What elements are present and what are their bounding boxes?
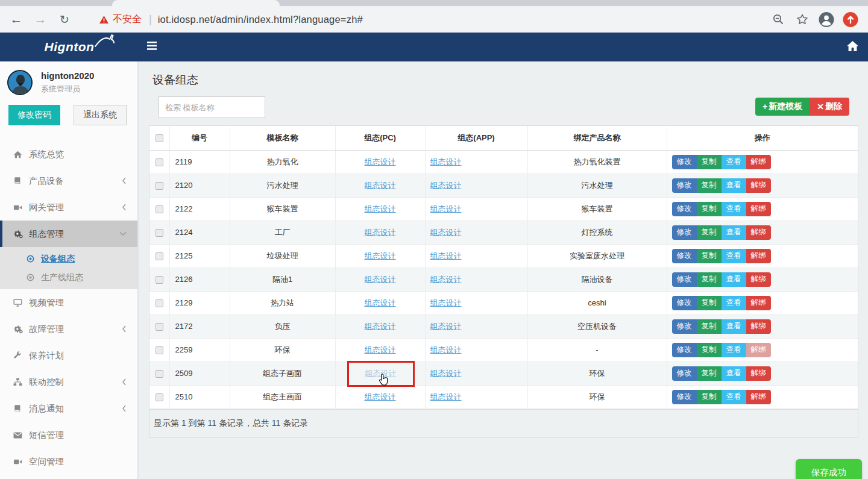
profile-icon[interactable] — [819, 11, 834, 27]
row-checkbox[interactable] — [156, 323, 163, 331]
new-template-button[interactable]: +新建模板 — [755, 98, 810, 116]
url-text[interactable]: iot.idosp.net/admin/index.html?language=… — [158, 14, 363, 25]
row-checkbox[interactable] — [156, 182, 163, 190]
pc-design-link[interactable]: 组态设计 — [365, 345, 396, 354]
sidebar-item[interactable]: 组态管理 — [0, 221, 137, 247]
bookmark-star-icon[interactable] — [794, 11, 810, 27]
row-checkbox[interactable] — [156, 229, 163, 237]
unbind-button[interactable]: 解绑 — [746, 202, 771, 216]
edit-button[interactable]: 修改 — [672, 390, 697, 404]
view-button[interactable]: 查看 — [722, 343, 746, 357]
pc-design-link[interactable]: 组态设计 — [365, 298, 396, 307]
forward-icon[interactable]: → — [33, 12, 48, 27]
brand-logo[interactable]: Hignton — [0, 33, 139, 61]
view-button[interactable]: 查看 — [722, 390, 746, 404]
copy-button[interactable]: 复制 — [697, 202, 722, 216]
sidebar-item[interactable]: 视频管理 — [0, 289, 137, 316]
logout-button[interactable]: 退出系统 — [74, 105, 127, 125]
sidebar-item[interactable]: 产品设备 — [0, 167, 137, 194]
sidebar-item[interactable]: 空间管理 — [0, 448, 137, 475]
view-button[interactable]: 查看 — [722, 178, 746, 193]
app-design-link[interactable]: 组态设计 — [430, 298, 462, 307]
reload-icon[interactable]: ↻ — [57, 13, 72, 27]
avatar[interactable] — [7, 70, 33, 95]
row-checkbox[interactable] — [156, 205, 163, 213]
sidebar-item[interactable]: 故障管理 — [0, 316, 137, 342]
pc-design-link[interactable]: 组态设计 — [365, 157, 396, 166]
app-design-link[interactable]: 组态设计 — [430, 228, 462, 237]
sidebar-item[interactable]: 网关管理 — [0, 194, 137, 221]
unbind-button[interactable]: 解绑 — [746, 366, 771, 381]
copy-button[interactable]: 复制 — [697, 390, 722, 404]
copy-button[interactable]: 复制 — [697, 249, 722, 263]
view-button[interactable]: 查看 — [722, 202, 746, 216]
unbind-button[interactable]: 解绑 — [746, 343, 771, 357]
change-password-button[interactable]: 修改密码 — [8, 105, 60, 125]
unbind-button[interactable]: 解绑 — [746, 249, 771, 263]
copy-button[interactable]: 复制 — [697, 272, 722, 287]
zoom-out-icon[interactable] — [770, 11, 786, 27]
sidebar-item[interactable]: 保养计划 — [0, 342, 137, 369]
browser-update-icon[interactable] — [843, 11, 858, 27]
copy-button[interactable]: 复制 — [697, 296, 722, 310]
unbind-button[interactable]: 解绑 — [746, 272, 771, 287]
edit-button[interactable]: 修改 — [672, 178, 697, 193]
edit-button[interactable]: 修改 — [672, 366, 697, 381]
sidebar-item[interactable]: 联动控制 — [0, 369, 137, 395]
app-design-link[interactable]: 组态设计 — [430, 345, 462, 354]
edit-button[interactable]: 修改 — [672, 202, 697, 216]
home-icon[interactable] — [847, 41, 858, 54]
copy-button[interactable]: 复制 — [697, 178, 722, 193]
delete-button[interactable]: ✕删除 — [810, 98, 849, 116]
row-checkbox[interactable] — [156, 252, 163, 260]
unbind-button[interactable]: 解绑 — [746, 390, 771, 404]
unbind-button[interactable]: 解绑 — [746, 296, 771, 310]
app-design-link[interactable]: 组态设计 — [430, 181, 462, 190]
copy-button[interactable]: 复制 — [697, 155, 722, 169]
view-button[interactable]: 查看 — [722, 225, 746, 240]
view-button[interactable]: 查看 — [722, 366, 746, 381]
row-checkbox[interactable] — [156, 158, 163, 166]
view-button[interactable]: 查看 — [722, 296, 746, 310]
pc-design-link[interactable]: 组态设计 — [365, 251, 396, 260]
pc-design-link[interactable]: 组态设计 — [365, 322, 396, 331]
row-checkbox[interactable] — [156, 370, 163, 378]
sidebar-item[interactable]: 短信管理 — [0, 422, 137, 448]
edit-button[interactable]: 修改 — [672, 155, 697, 169]
select-all-checkbox[interactable] — [156, 134, 163, 142]
unbind-button[interactable]: 解绑 — [746, 178, 771, 193]
edit-button[interactable]: 修改 — [672, 272, 697, 287]
view-button[interactable]: 查看 — [722, 249, 746, 263]
copy-button[interactable]: 复制 — [697, 366, 722, 381]
unbind-button[interactable]: 解绑 — [746, 319, 771, 334]
edit-button[interactable]: 修改 — [672, 319, 697, 334]
unbind-button[interactable]: 解绑 — [746, 155, 771, 169]
edit-button[interactable]: 修改 — [672, 296, 697, 310]
pc-design-link[interactable]: 组态设计 — [365, 181, 396, 190]
hamburger-menu-icon[interactable] — [147, 42, 157, 52]
pc-design-link[interactable]: 组态设计 — [365, 392, 396, 401]
row-checkbox[interactable] — [156, 276, 163, 284]
view-button[interactable]: 查看 — [722, 155, 746, 169]
app-design-link[interactable]: 组态设计 — [430, 157, 462, 166]
app-design-link[interactable]: 组态设计 — [430, 204, 462, 213]
row-checkbox[interactable] — [156, 346, 163, 354]
copy-button[interactable]: 复制 — [697, 343, 722, 357]
copy-button[interactable]: 复制 — [697, 319, 722, 334]
view-button[interactable]: 查看 — [722, 319, 746, 334]
security-warning[interactable]: 不安全 — [99, 13, 142, 26]
sidebar-item[interactable]: 系统总览 — [0, 141, 137, 167]
back-icon[interactable]: ← — [8, 12, 24, 27]
search-input[interactable] — [159, 96, 265, 118]
edit-button[interactable]: 修改 — [672, 343, 697, 357]
sidebar-item[interactable]: 消息通知 — [0, 395, 137, 422]
app-design-link[interactable]: 组态设计 — [430, 322, 462, 331]
edit-button[interactable]: 修改 — [672, 225, 697, 240]
unbind-button[interactable]: 解绑 — [746, 225, 771, 240]
pc-design-link[interactable]: 组态设计 — [365, 204, 396, 213]
app-design-link[interactable]: 组态设计 — [430, 369, 462, 378]
pc-design-link[interactable]: 组态设计 — [365, 275, 396, 284]
pc-design-link[interactable]: 组态设计 — [365, 228, 396, 237]
copy-button[interactable]: 复制 — [697, 225, 722, 240]
sidebar-subitem[interactable]: 生产线组态 — [0, 268, 137, 287]
